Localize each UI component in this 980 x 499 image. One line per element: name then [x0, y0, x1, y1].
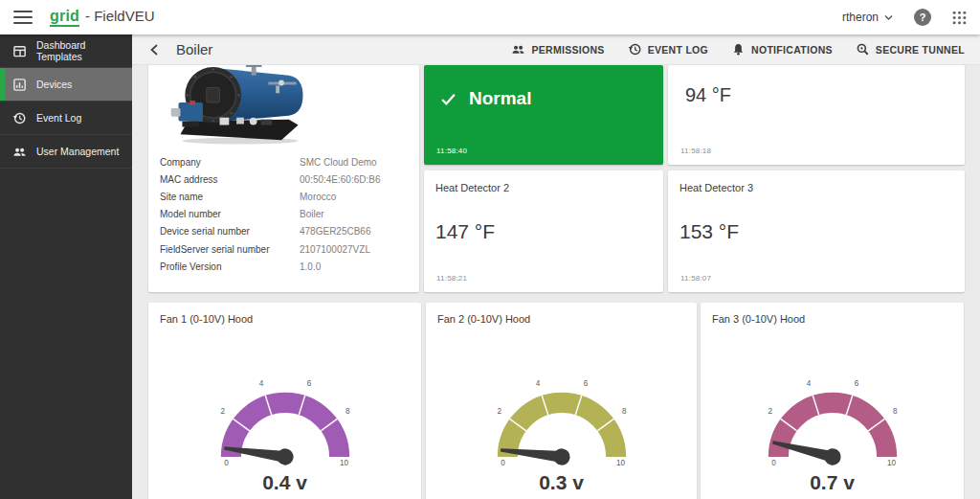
people-icon	[12, 145, 27, 159]
fan1-gauge-card: Fan 1 (0-10V) Hood 0 2 4 6 8 10 0.4 v	[148, 303, 421, 499]
svg-text:2: 2	[768, 407, 772, 416]
info-row: FieldServer serial number2107100027VZL	[148, 240, 419, 258]
svg-text:8: 8	[893, 407, 898, 416]
sidebar-item-label: User Management	[36, 146, 119, 157]
page-title: Boiler	[176, 41, 212, 57]
page-header: Boiler PERMISSIONS EVENT LOG	[132, 34, 980, 65]
content-area: Boiler PERMISSIONS EVENT LOG	[132, 34, 980, 499]
svg-text:6: 6	[306, 379, 311, 388]
heat-detector-2-card: Heat Detector 2 147 °F 11:58:21	[424, 170, 663, 292]
apps-grid-icon[interactable]	[952, 11, 967, 25]
history-icon	[12, 111, 27, 125]
widget-title: Fan 3 (0-10V) Hood	[701, 303, 964, 325]
gauge: 0 2 4 6 8 10	[741, 365, 924, 468]
user-name: rtheron	[842, 11, 879, 24]
heat-detector-3-card: Heat Detector 3 153 °F 11:58:07	[668, 170, 965, 292]
fan3-gauge-card: Fan 3 (0-10V) Hood 0 2 4 6 8 10 0.7 v	[701, 303, 964, 499]
widget-timestamp: 11:58:21	[436, 274, 467, 283]
gauge-value: 0.7 v	[701, 471, 964, 494]
info-row: Model numberBoiler	[148, 206, 419, 223]
widget-title: Heat Detector 3	[668, 170, 965, 193]
check-icon	[440, 92, 457, 106]
logo-brand: grid	[50, 8, 79, 27]
sidebar-item-label: Dashboard Templates	[36, 39, 132, 62]
app-logo: grid - FieldVEU	[50, 8, 155, 27]
menu-hamburger-icon[interactable]	[13, 10, 33, 25]
event-log-button[interactable]: EVENT LOG	[628, 42, 708, 57]
info-row: Site nameMorocco	[148, 188, 419, 205]
svg-text:10: 10	[339, 459, 348, 467]
boiler-photo	[169, 65, 313, 146]
svg-text:10: 10	[886, 459, 896, 467]
devices-chart-icon	[12, 78, 27, 92]
device-info-table: CompanySMC Cloud Demo MAC address00:50:4…	[148, 153, 419, 275]
info-row: Device serial number478GER25CB66	[148, 223, 419, 240]
gauge: 0 2 4 6 8 10	[470, 365, 654, 468]
permissions-button[interactable]: PERMISSIONS	[511, 42, 604, 57]
gauge: 0 2 4 6 8 10	[193, 365, 377, 468]
people-icon	[511, 42, 525, 57]
svg-text:10: 10	[615, 459, 625, 467]
fan2-gauge-card: Fan 2 (0-10V) Hood 0 2 4 6 8 10 0.3 v	[426, 303, 697, 499]
sidebar-item-dashboard-templates[interactable]: Dashboard Templates	[0, 34, 132, 68]
info-row: MAC address00:50:4E:60:6D:B6	[148, 170, 419, 188]
dashboard-templates-icon	[12, 44, 27, 58]
gauge-value: 0.3 v	[426, 471, 697, 494]
svg-text:2: 2	[220, 407, 225, 416]
sidebar-item-user-management[interactable]: User Management	[0, 135, 132, 169]
temperature-card: 94 °F 11:58:18	[668, 65, 965, 165]
info-row: CompanySMC Cloud Demo	[148, 153, 419, 170]
bell-icon	[731, 42, 746, 57]
notifications-button[interactable]: NOTIFICATIONS	[731, 42, 833, 57]
widget-timestamp: 11:58:40	[436, 147, 467, 155]
sidebar-item-label: Devices	[36, 79, 72, 90]
widget-timestamp: 11:58:18	[680, 147, 711, 155]
dashboard-grid: CompanySMC Cloud Demo MAC address00:50:4…	[132, 65, 980, 499]
chevron-left-icon	[147, 42, 163, 57]
heat-detector-2-value: 147 °F	[424, 220, 663, 243]
top-app-bar: grid - FieldVEU rtheron ?	[0, 0, 980, 34]
user-menu[interactable]: rtheron	[842, 11, 893, 24]
widget-timestamp: 11:58:07	[680, 274, 711, 283]
svg-text:6: 6	[583, 379, 588, 388]
sidebar: Dashboard Templates Devices Event Log Us…	[0, 34, 132, 499]
secure-tunnel-button[interactable]: SECURE TUNNEL	[856, 42, 965, 57]
svg-text:6: 6	[854, 379, 858, 388]
status-label: Normal	[469, 88, 531, 109]
svg-text:8: 8	[345, 407, 350, 416]
heat-detector-3-value: 153 °F	[668, 220, 965, 243]
svg-text:0: 0	[771, 459, 776, 467]
back-button[interactable]	[147, 42, 163, 57]
svg-text:4: 4	[258, 379, 263, 388]
svg-text:0: 0	[224, 459, 229, 467]
widget-title: Heat Detector 2	[424, 170, 663, 193]
logo-suffix: - FieldVEU	[85, 8, 155, 24]
chevron-down-icon	[884, 14, 893, 21]
help-icon[interactable]: ?	[914, 9, 931, 26]
sidebar-item-label: Event Log	[36, 112, 81, 124]
status-card: Normal 11:58:40	[424, 65, 663, 165]
sidebar-item-devices[interactable]: Devices	[0, 68, 132, 102]
svg-text:4: 4	[535, 379, 540, 388]
svg-text:2: 2	[497, 407, 501, 416]
svg-text:4: 4	[806, 379, 811, 388]
svg-text:8: 8	[622, 407, 627, 416]
device-info-card: CompanySMC Cloud Demo MAC address00:50:4…	[148, 65, 419, 292]
widget-title: Fan 1 (0-10V) Hood	[148, 303, 421, 325]
info-row: Profile Version1.0.0	[148, 258, 419, 275]
active-accent-bar	[0, 68, 5, 101]
temperature-value: 94 °F	[668, 65, 965, 106]
widget-title: Fan 2 (0-10V) Hood	[426, 303, 697, 325]
gauge-value: 0.4 v	[148, 471, 421, 494]
sidebar-item-event-log[interactable]: Event Log	[0, 102, 132, 135]
magnifier-icon	[856, 42, 870, 57]
history-icon	[628, 42, 642, 57]
svg-text:0: 0	[501, 459, 505, 467]
